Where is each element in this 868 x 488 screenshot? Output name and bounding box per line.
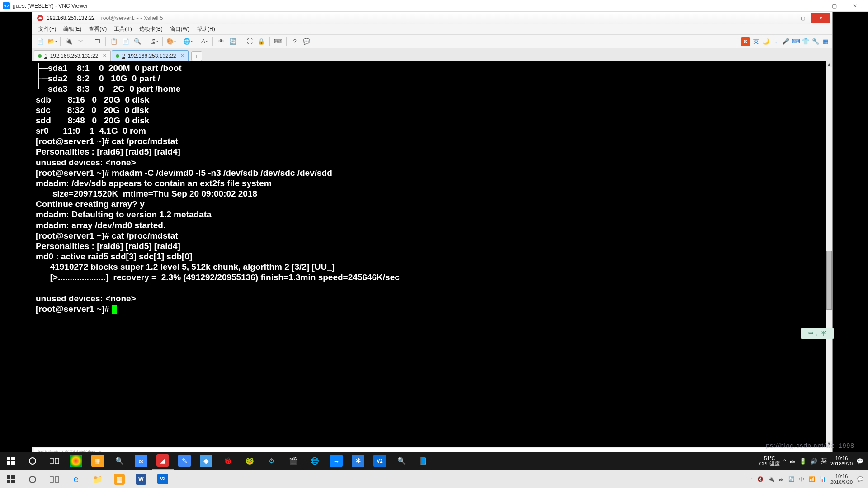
host-tray-net1-icon[interactable]: 🔌 — [768, 476, 774, 482]
host-taskview-button[interactable] — [43, 470, 65, 488]
vnc-minimize-button[interactable]: — — [803, 0, 824, 11]
tray-notifications-icon[interactable]: 💬 — [856, 458, 863, 465]
help-icon[interactable]: ? — [289, 36, 300, 47]
remote-taskview-button[interactable] — [43, 452, 65, 470]
ime-lang-label[interactable]: 英 — [752, 38, 760, 46]
remote-cortana-button[interactable] — [22, 452, 43, 470]
host-start-button[interactable] — [0, 470, 22, 488]
taskbar-app-generic3[interactable]: 🐞 — [217, 452, 239, 470]
taskbar-app-generic4[interactable]: 🐸 — [239, 452, 260, 470]
properties-icon[interactable]: 🗔 — [92, 36, 103, 47]
tray-network-icon[interactable]: 🖧 — [790, 458, 796, 465]
taskbar-app-generic5[interactable]: ⚙ — [260, 452, 282, 470]
ime-grid-icon[interactable]: ▦ — [821, 38, 830, 46]
xshell-titlebar[interactable]: 192.168.253.132:22 root@server1:~ - Xshe… — [32, 12, 832, 24]
ime-punct-icon[interactable]: ， — [772, 38, 780, 46]
xagent-icon[interactable]: 👁 — [216, 36, 226, 47]
fullscreen-icon[interactable]: ⛶ — [244, 36, 255, 47]
host-app-word[interactable]: W — [130, 470, 152, 488]
ime-tooltip[interactable]: 中 。半 — [801, 328, 834, 339]
menu-file[interactable]: 文件(F) — [36, 24, 59, 34]
tab-close-icon[interactable]: ✕ — [103, 53, 107, 59]
host-app-edge[interactable]: e — [65, 470, 87, 488]
terminal-output[interactable]: ├─sda1 8:1 0 200M 0 part /boot ├─sda2 8:… — [32, 61, 832, 447]
taskbar-app-chrome-alt[interactable] — [65, 452, 87, 470]
ime-moon-icon[interactable]: 🌙 — [762, 38, 770, 46]
keyboard-icon[interactable]: ⌨ — [273, 36, 283, 47]
xshell-minimize-button[interactable]: — — [780, 13, 795, 23]
ime-keyboard-icon[interactable]: ⌨ — [792, 38, 800, 46]
host-tray-ime-icon[interactable]: 中 — [799, 476, 804, 483]
font-icon[interactable]: A — [199, 36, 210, 47]
host-app-vncviewer[interactable]: V2 — [152, 470, 174, 488]
svg-rect-5 — [50, 458, 53, 464]
xshell-close-button[interactable]: ✕ — [811, 13, 830, 23]
taskbar-app-generic2[interactable]: ◆ — [195, 452, 217, 470]
menu-tools[interactable]: 工具(T) — [111, 24, 134, 34]
encoding-icon[interactable]: 🌐 — [182, 36, 193, 47]
host-clock[interactable]: 10:16 2018/9/20 — [830, 474, 853, 484]
scroll-thumb[interactable] — [826, 251, 832, 310]
taskbar-app-doc[interactable]: 📘 — [412, 452, 434, 470]
host-tray-notifications-icon[interactable]: 💬 — [857, 476, 863, 482]
paste-icon[interactable]: 📄 — [120, 36, 131, 47]
taskbar-app-everything[interactable]: 🔍 — [108, 452, 130, 470]
taskbar-app-generic1[interactable]: ✎ — [174, 452, 195, 470]
vnc-maximize-button[interactable]: ▢ — [824, 0, 844, 11]
new-session-icon[interactable]: 📄 — [35, 36, 46, 47]
session-tab-2[interactable]: 2 192.168.253.132:22 ✕ — [112, 50, 189, 61]
remote-start-button[interactable] — [0, 452, 22, 470]
color-scheme-icon[interactable]: 🎨 — [165, 36, 176, 47]
copy-icon[interactable]: 📋 — [108, 36, 119, 47]
tab-close-icon[interactable]: ✕ — [180, 53, 184, 59]
xshell-maximize-button[interactable]: ▢ — [795, 13, 811, 23]
remote-clock[interactable]: 10:16 2018/9/20 — [830, 455, 853, 466]
vnc-close-button[interactable]: ✕ — [844, 0, 865, 11]
xshell-toolbar: 📄 📂 🔌 ✂ 🗔 📋 📄 🔍 🖨 🎨 🌐 A 👁 🔄 ⛶ 🔒 — [32, 35, 832, 48]
xftp-icon[interactable]: 🔄 — [227, 36, 238, 47]
find-icon[interactable]: 🔍 — [132, 36, 143, 47]
tray-battery-icon[interactable]: 🔋 — [799, 458, 807, 465]
menu-edit[interactable]: 编辑(E) — [61, 24, 84, 34]
taskbar-app-xshell[interactable]: ◢ — [152, 452, 174, 470]
sogou-ime-icon[interactable]: S — [741, 37, 750, 46]
tray-lang[interactable]: 英 — [821, 457, 827, 465]
taskbar-app-vmware[interactable]: ▦ — [87, 452, 108, 470]
menu-window[interactable]: 窗口(W) — [167, 24, 192, 34]
taskbar-app-generic6[interactable]: 🎬 — [282, 452, 304, 470]
host-tray-extra1-icon[interactable]: 📶 — [809, 476, 815, 482]
ime-mic-icon[interactable]: 🎤 — [782, 38, 790, 46]
taskbar-app-snip[interactable]: 🔍 — [391, 452, 412, 470]
lock-icon[interactable]: 🔒 — [256, 36, 267, 47]
host-app-vmware[interactable]: ▦ — [108, 470, 130, 488]
host-app-explorer[interactable]: 📁 — [87, 470, 108, 488]
host-tray-volume-icon[interactable]: 🔇 — [757, 476, 764, 482]
open-session-icon[interactable]: 📂 — [47, 36, 57, 47]
tray-volume-icon[interactable]: 🔊 — [810, 458, 817, 465]
session-tab-1[interactable]: 1 192.168.253.132:22 ✕ — [34, 50, 111, 61]
host-tray-chevron-icon[interactable]: ^ — [750, 477, 753, 482]
taskbar-app-vnc[interactable]: V2 — [369, 452, 391, 470]
menu-tabs[interactable]: 选项卡(B) — [137, 24, 165, 34]
host-tray-sync-icon[interactable]: 🔄 — [788, 476, 795, 482]
disconnect-icon[interactable]: ✂ — [75, 36, 86, 47]
host-tray-net2-icon[interactable]: 🖧 — [779, 477, 784, 482]
tray-chevron-icon[interactable]: ^ — [783, 458, 786, 465]
scroll-up-icon[interactable]: ▲ — [826, 61, 832, 67]
taskbar-app-generic7[interactable]: ✱ — [347, 452, 369, 470]
print-icon[interactable]: 🖨 — [149, 36, 160, 47]
ime-skin-icon[interactable]: 👕 — [802, 38, 810, 46]
host-cortana-button[interactable] — [22, 470, 43, 488]
terminal-scrollbar[interactable]: ▲ ▼ — [826, 61, 832, 447]
chat-icon[interactable]: 💬 — [301, 36, 312, 47]
taskbar-app-teamviewer[interactable]: ↔ — [326, 452, 347, 470]
add-tab-button[interactable]: + — [191, 51, 202, 61]
ime-tool-icon[interactable]: 🔧 — [811, 38, 820, 46]
reconnect-icon[interactable]: 🔌 — [63, 36, 74, 47]
taskbar-app-chrome[interactable]: 🌐 — [304, 452, 326, 470]
menu-view[interactable]: 查看(V) — [86, 24, 109, 34]
taskbar-app-baidu[interactable]: ∞ — [130, 452, 152, 470]
host-tray-extra2-icon[interactable]: 📊 — [820, 476, 826, 482]
cpu-temp-widget[interactable]: 51℃ CPU温度 — [760, 455, 780, 466]
menu-help[interactable]: 帮助(H) — [194, 24, 218, 34]
